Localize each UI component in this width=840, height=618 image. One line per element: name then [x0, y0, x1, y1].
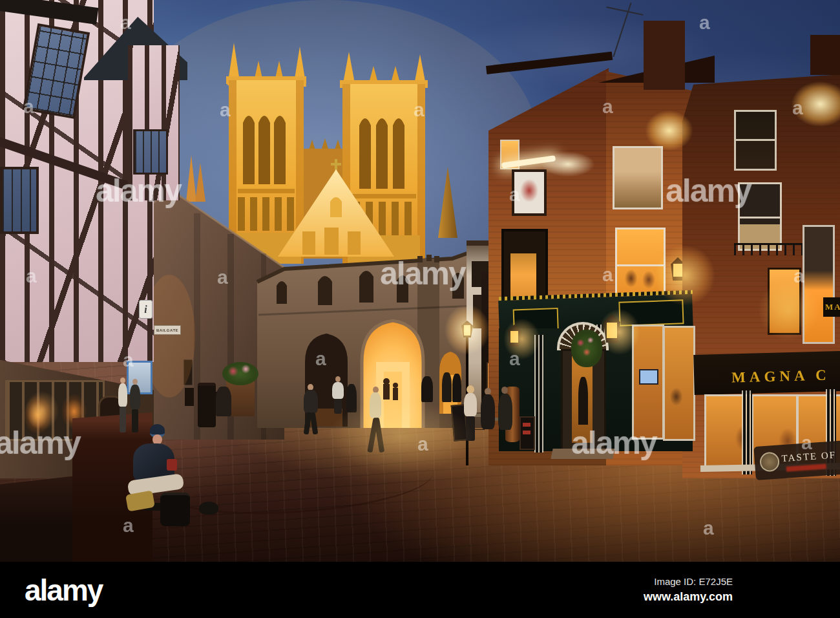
watermark-alamy: alamy: [666, 175, 751, 207]
fascia-panel-gold: [513, 308, 559, 331]
person-walking-dark: [301, 384, 322, 436]
tv-screen: [639, 369, 658, 385]
sash-bar: [617, 264, 664, 266]
alamy-url: www.alamy.com: [644, 589, 733, 605]
tall-lit-window: [803, 225, 835, 344]
person-pair-dark: [442, 372, 452, 402]
fascia-panel-gold: [618, 299, 684, 326]
chimney-with-antenna: [644, 21, 685, 90]
head: [132, 379, 138, 385]
person-in-doorway: [578, 377, 588, 425]
person-dark: [129, 379, 141, 433]
balcony-rail: [734, 243, 813, 255]
alamy-footer-bar: alamy Image ID: E72J5E www.alamy.com: [0, 562, 840, 618]
magna-sign-text: MAGNA C: [731, 367, 830, 387]
watermark-a: a: [792, 98, 803, 118]
watermark-a: a: [26, 266, 37, 286]
photo-area: i BAILGATE: [0, 0, 840, 562]
dark-bag: [199, 502, 218, 515]
alamy-logo: alamy: [25, 575, 102, 605]
watermark-a: a: [699, 13, 710, 32]
hanging-flower-basket: [571, 330, 602, 367]
person-blonde-cafe: [463, 385, 478, 442]
far-window-dark: [734, 110, 777, 171]
tv-antenna-arm: [606, 6, 643, 16]
ma-sign-partial: MA: [823, 297, 840, 317]
person-white-tshirt: [331, 376, 345, 414]
image-id: Image ID: E72J5E: [644, 575, 733, 590]
watermark-a: a: [414, 100, 425, 120]
bench-person: [216, 387, 231, 416]
watermark-a: a: [217, 268, 228, 287]
info-sign: i: [139, 300, 152, 319]
watermark-a: a: [123, 350, 134, 370]
sash-bar: [736, 139, 775, 141]
lantern-pane: [510, 331, 518, 343]
tudor-gable-window: [133, 129, 168, 175]
torso: [370, 392, 381, 418]
watermark-a: a: [602, 97, 613, 116]
head: [501, 387, 508, 394]
watermark-alamy: alamy: [96, 175, 181, 207]
taste-of-banner: TASTE OF: [753, 440, 840, 480]
legs: [310, 412, 319, 435]
pub-window-a: [632, 325, 664, 440]
watermark-alamy: alamy: [380, 257, 465, 290]
watermark-alamy: alamy: [571, 427, 656, 459]
watermark-a: a: [120, 13, 131, 32]
legs: [120, 407, 126, 432]
tudor-window-lower-left: [0, 167, 39, 234]
bailgate-street-sign: BAILGATE: [154, 325, 181, 335]
torso: [464, 393, 477, 416]
watermark-alamy: alamy: [0, 427, 80, 459]
market-stall-far: [0, 476, 76, 562]
seated-figure: [481, 394, 495, 429]
pub-window-b: [663, 326, 695, 441]
planter-flowers: [222, 362, 258, 385]
head: [120, 378, 125, 383]
person-dark: [421, 376, 433, 402]
watermark-a: a: [509, 185, 520, 204]
torso: [332, 382, 344, 399]
banner-crest: [759, 451, 780, 472]
watermark-a: a: [315, 349, 326, 368]
lit-sash-window: [615, 228, 666, 301]
ma-sign-text: MA: [823, 302, 840, 312]
torso: [130, 385, 140, 409]
watermark-a: a: [793, 266, 804, 286]
curtain-window: [613, 146, 663, 209]
watermark-a: a: [602, 265, 613, 284]
chalkboard-red-strip: [523, 423, 530, 427]
person-walking-light-top: [367, 387, 385, 458]
legs: [334, 399, 342, 414]
tudor-building: i BAILGATE: [0, 0, 194, 478]
sash-bar: [740, 217, 780, 218]
people-seated-cafe: [481, 387, 513, 440]
person-dark-small: [346, 384, 357, 412]
watermark-a: a: [703, 518, 714, 538]
head: [335, 376, 341, 382]
striped-pilaster: [534, 335, 543, 453]
chalkboard-b: [520, 416, 535, 450]
camera-bag: [160, 493, 190, 526]
watermark-a: a: [123, 516, 134, 535]
watermark-a: a: [417, 434, 428, 454]
red-item: [167, 459, 177, 471]
info-sign-letter: i: [144, 304, 147, 315]
seated-figure: [498, 394, 512, 430]
stock-photo-lincoln-cathedral-dusk: i BAILGATE: [0, 0, 840, 618]
wall-lantern-pane: [673, 264, 682, 277]
magna-fascia: MAGNA C: [693, 351, 840, 395]
pub-roof-edge: [486, 52, 613, 74]
watermark-a: a: [801, 433, 812, 453]
watermark-a: a: [220, 100, 231, 120]
banner-red-text-blur: [786, 464, 826, 471]
chimney-right: [810, 35, 840, 75]
legs: [374, 418, 384, 453]
lamp-pane: [464, 325, 470, 336]
magna-carta-pub-front: MAGNA C TASTE OF: [694, 349, 840, 485]
litter-bin: [198, 383, 216, 427]
watermark-a: a: [509, 349, 520, 368]
legs: [132, 409, 138, 432]
torso: [304, 390, 318, 413]
